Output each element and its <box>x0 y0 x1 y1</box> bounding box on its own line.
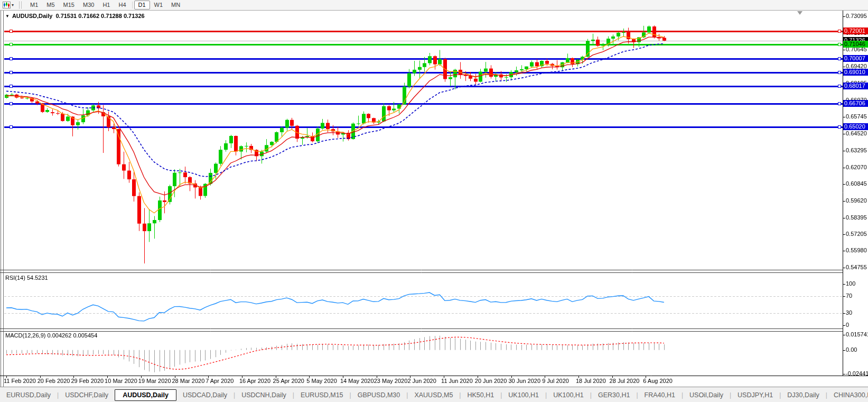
date-axis-label: 23 May 2020 <box>374 378 408 384</box>
chart-tab-usdcad-daily[interactable]: USDCAD,Daily <box>176 389 234 401</box>
chart-title: ▼AUDUSD,Daily 0.71531 0.71662 0.71288 0.… <box>5 13 145 19</box>
timeframe-button-h4[interactable]: H4 <box>114 1 130 10</box>
date-axis-label: 30 Jun 2020 <box>509 378 541 384</box>
price-tick-label: 0.59620 <box>846 197 867 204</box>
timeframe-buttons: M1M5M15M30H1H4D1W1MN <box>26 1 184 10</box>
date-axis-label: 9 Jul 2020 <box>542 378 569 384</box>
chart-tab-ger30-h1[interactable]: GER30,H1 <box>592 389 636 401</box>
price-tick-label: 0.65745 <box>846 113 867 120</box>
chart-tab-gbpusd-m30[interactable]: GBPUSD,M30 <box>351 389 407 401</box>
chart-tab-dj30-daily[interactable]: DJ30,Daily <box>781 389 825 401</box>
date-axis-label: 20 Jun 2020 <box>475 378 507 384</box>
candlestick-chart-icon <box>3 2 11 8</box>
date-axis-label: 7 Apr 2020 <box>206 378 234 384</box>
macd-tick-label: 0.015741 <box>846 331 868 337</box>
date-axis-label: 10 Mar 2020 <box>105 378 137 384</box>
price-tick-label: 0.55980 <box>846 247 867 253</box>
chart-tab-hk50-h1[interactable]: HK50,H1 <box>461 389 500 401</box>
symbol-menu-icon[interactable]: ▼ <box>5 14 10 19</box>
chart-tab-usdjpy-h1[interactable]: USDJPY,H1 <box>731 389 779 401</box>
chart-shift-marker-icon[interactable] <box>797 11 802 15</box>
toolbar-separator <box>132 2 133 8</box>
chart-tab-fra40-h1[interactable]: FRA40,H1 <box>638 389 682 401</box>
chart-tab-usoil-daily[interactable]: USOil,Daily <box>683 389 730 401</box>
timeframe-button-h1[interactable]: H1 <box>98 1 114 10</box>
date-axis-label: 18 Jul 2020 <box>576 378 606 384</box>
chart-type-icon[interactable] <box>2 2 11 9</box>
price-tick-label: 0.64520 <box>846 130 867 136</box>
chart-tab-audusd-daily[interactable]: AUDUSD,Daily <box>115 389 176 401</box>
rsi-tick-label: 70 <box>846 293 852 299</box>
timeframe-toolbar: ▾ M1M5M15M30H1H4D1W1MN <box>0 0 868 11</box>
price-tick-label: 0.73095 <box>846 13 867 19</box>
date-axis-label: 11 Feb 2020 <box>4 378 36 384</box>
macd-tick-label: -0.024412 <box>846 370 868 377</box>
chart-type-dropdown-icon[interactable]: ▾ <box>12 3 14 7</box>
macd-indicator-label: MACD(12,26,9) 0.004262 0.005454 <box>5 332 97 339</box>
chart-tabs: EURUSD,Daily|USDCHF,DailyAUDUSD,DailyUSD… <box>0 389 868 401</box>
date-axis-label: 6 Aug 2020 <box>643 378 673 384</box>
price-level-badge: 0.71046 <box>843 41 868 48</box>
chart-tab-uk100-h1[interactable]: UK100,H1 <box>547 389 590 401</box>
macd-tick-label: 0.00 <box>846 346 857 353</box>
price-tick-label: 0.62070 <box>846 164 867 170</box>
timeframe-button-d1[interactable]: D1 <box>134 1 150 10</box>
price-level-badge: 0.65020 <box>843 123 868 130</box>
price-tick-label: 0.60845 <box>846 180 867 187</box>
timeframe-button-m5[interactable]: M5 <box>42 1 59 10</box>
date-axis-label: 28 Jul 2020 <box>610 378 640 384</box>
price-tick-label: 0.57205 <box>846 231 867 237</box>
price-level-badge: 0.66706 <box>843 100 868 107</box>
rsi-tick-label: 100 <box>846 280 855 287</box>
timeframe-button-w1[interactable]: W1 <box>150 1 167 10</box>
date-axis-label: 16 Apr 2020 <box>239 378 270 384</box>
toolbar-grip[interactable] <box>19 2 22 8</box>
rsi-tick-label: 30 <box>846 309 852 316</box>
chart-tab-bar: EURUSD,Daily|USDCHF,DailyAUDUSD,DailyUSD… <box>0 387 868 402</box>
chart-tab-eurusd-daily[interactable]: EURUSD,Daily <box>0 389 57 401</box>
price-tick-label: 0.58395 <box>846 214 867 221</box>
date-axis-label: 25 Apr 2020 <box>273 378 304 384</box>
price-level-badge: 0.70007 <box>843 55 868 62</box>
chart-symbol-label: AUDUSD,Daily <box>12 13 52 19</box>
chart-tab-eurusd-m15[interactable]: EURUSD,M15 <box>294 389 350 401</box>
chart-tab-china300-h4[interactable]: CHINA300,H4 <box>827 389 868 401</box>
price-level-badge: 0.72001 <box>843 28 868 34</box>
date-axis-label: 28 Mar 2020 <box>172 378 205 384</box>
date-axis-label: 20 Feb 2020 <box>38 378 70 384</box>
date-axis-label: 2 Jun 2020 <box>407 378 436 384</box>
price-tick-label: 0.63295 <box>846 147 867 153</box>
date-axis-label: 14 May 2020 <box>340 378 374 384</box>
price-level-badge: 0.68017 <box>843 83 868 89</box>
mt4-window: ▾ M1M5M15M30H1H4D1W1MN ▼AUDUSD,Daily 0.7… <box>0 0 868 402</box>
date-axis-label: 11 Jun 2020 <box>441 378 473 384</box>
chart-ohlc-values: 0.71531 0.71662 0.71288 0.71326 <box>55 13 144 19</box>
date-axis-label: 5 May 2020 <box>306 378 337 384</box>
chart-tab-uk100-h1[interactable]: UK100,H1 <box>502 389 545 401</box>
chart-tab-xauusd-m5[interactable]: XAUUSD,M5 <box>408 389 459 401</box>
price-level-badge: 0.69010 <box>843 69 868 76</box>
timeframe-button-m1[interactable]: M1 <box>26 1 42 10</box>
timeframe-button-m30[interactable]: M30 <box>79 1 98 10</box>
date-axis-label: 29 Feb 2020 <box>71 378 104 384</box>
rsi-tick-label: 0 <box>846 322 849 328</box>
chart-tab-usdchf-daily[interactable]: USDCHF,Daily <box>59 389 115 401</box>
date-axis-label: 19 Mar 2020 <box>138 378 171 384</box>
timeframe-button-m15[interactable]: M15 <box>59 1 79 10</box>
chart-tab-usdcnh-daily[interactable]: USDCNH,Daily <box>235 389 293 401</box>
price-chart-canvas[interactable] <box>0 0 868 402</box>
rsi-indicator-label: RSI(14) 54.5231 <box>5 275 48 281</box>
price-tick-label: 0.54755 <box>846 264 867 270</box>
timeframe-button-mn[interactable]: MN <box>167 1 184 10</box>
